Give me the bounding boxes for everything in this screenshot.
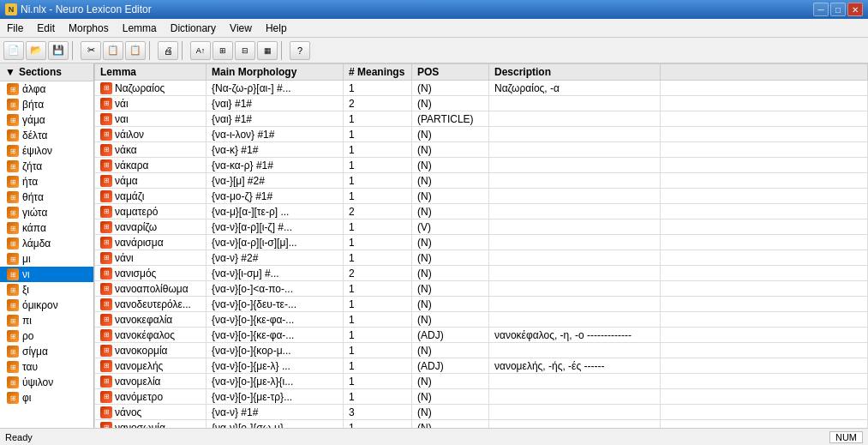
section-item-βήτα[interactable]: ⊞βήτα	[0, 97, 93, 112]
section-item-μι[interactable]: ⊞μι	[0, 251, 93, 267]
section-item-φι[interactable]: ⊞φι	[0, 390, 93, 406]
tool-b[interactable]: ⊞	[213, 41, 233, 60]
cell-desc	[489, 219, 661, 235]
menu-lemma[interactable]: Lemma	[116, 21, 164, 36]
section-item-ζήτα[interactable]: ⊞ζήτα	[0, 159, 93, 174]
section-item-νι[interactable]: ⊞νι	[0, 267, 93, 282]
cell-spacer	[661, 204, 868, 219]
table-row[interactable]: ⊞νάι{ναι} #1#2(N)	[95, 96, 868, 111]
open-button[interactable]: 📂	[26, 41, 46, 60]
row-icon: ⊞	[100, 360, 112, 372]
cell-desc	[489, 96, 661, 111]
close-button[interactable]: ✕	[847, 3, 863, 16]
col-morph: Main Morphology	[207, 64, 344, 81]
table-row[interactable]: ⊞νανοσωμία{να-ν}[ο-]{σω-μ}...1(N)	[95, 420, 868, 429]
table-row[interactable]: ⊞νάκαρα{να-κα-ρ} #1#1(N)	[95, 158, 868, 173]
table-row[interactable]: ⊞νανοκορμία{να-ν}[ο-]{κορ-μ...1(N)	[95, 343, 868, 358]
cell-pos: (N)	[412, 281, 489, 297]
section-item-ρο[interactable]: ⊞ρο	[0, 328, 93, 344]
cell-pos: (N)	[412, 266, 489, 281]
cell-spacer	[661, 312, 868, 328]
section-icon: ⊞	[7, 83, 19, 95]
section-item-θήτα[interactable]: ⊞θήτα	[0, 189, 93, 205]
section-item-γάμα[interactable]: ⊞γάμα	[0, 112, 93, 128]
cell-desc	[489, 189, 661, 204]
section-item-ήτα[interactable]: ⊞ήτα	[0, 174, 93, 189]
section-item-λάμδα[interactable]: ⊞λάμδα	[0, 236, 93, 251]
section-item-ταυ[interactable]: ⊞ταυ	[0, 359, 93, 375]
table-row[interactable]: ⊞νάνος{να-ν} #1#3(N)	[95, 405, 868, 420]
table-row[interactable]: ⊞νανάρισμα{να-ν}[α-ρ][ι-σ][μ]...1(N)	[95, 235, 868, 250]
section-icon: ⊞	[7, 253, 19, 265]
section-item-ύψιλον[interactable]: ⊞ύψιλον	[0, 375, 93, 390]
cell-pos: (N)	[412, 250, 489, 266]
table-row[interactable]: ⊞ναναρίζω{να-ν}[α-ρ][ι-ζ] #...1(V)	[95, 219, 868, 235]
tool-d[interactable]: ▦	[257, 41, 278, 60]
cell-lemma: ⊞νανοδευτερόλε...	[95, 297, 207, 312]
section-item-όμικρον[interactable]: ⊞όμικρον	[0, 298, 93, 313]
sections-list[interactable]: ⊞άλφα⊞βήτα⊞γάμα⊞δέλτα⊞έψιλον⊞ζήτα⊞ήτα⊞θή…	[0, 81, 93, 428]
cell-lemma: ⊞νάιλον	[95, 127, 207, 142]
table-row[interactable]: ⊞νανόμετρο{να-ν}[ο-]{με-τρ}...1(N)	[95, 389, 868, 405]
title-bar: N Ni.nlx - Neuro Lexicon Editor ─ □ ✕	[0, 0, 868, 19]
cell-morph: {να-ν}[ο-]{δευ-τε-...	[207, 297, 344, 312]
table-row[interactable]: ⊞νάμα{να-}[μ] #2#1(N)	[95, 173, 868, 189]
menu-view[interactable]: View	[223, 21, 259, 36]
menu-morphos[interactable]: Morphos	[62, 21, 116, 36]
section-item-κάπα[interactable]: ⊞κάπα	[0, 220, 93, 236]
copy-button[interactable]: 📋	[103, 41, 123, 60]
minimize-button[interactable]: ─	[813, 3, 829, 16]
menu-help[interactable]: Help	[259, 21, 294, 36]
section-item-έψιλον[interactable]: ⊞έψιλον	[0, 143, 93, 159]
table-row[interactable]: ⊞ναι{ναι} #1#1(PARTICLE)	[95, 111, 868, 127]
cell-desc	[489, 405, 661, 420]
table-row[interactable]: ⊞ναμάζι{να-μο-ζ} #1#1(N)	[95, 189, 868, 204]
table-row[interactable]: ⊞ναματερό{να-μ}[α-][τε-ρ] ...2(N)	[95, 204, 868, 219]
cut-button[interactable]: ✂	[81, 41, 101, 60]
cell-pos: (N)	[412, 204, 489, 219]
maximize-button[interactable]: □	[830, 3, 846, 16]
cell-desc	[489, 420, 661, 429]
table-row[interactable]: ⊞νανοδευτερόλε...{να-ν}[ο-]{δευ-τε-...1(…	[95, 297, 868, 312]
table-row[interactable]: ⊞νανομελία{να-ν}[ο-]{με-λ}{ι...1(N)	[95, 374, 868, 389]
table-row[interactable]: ⊞νανοκέφαλος{να-ν}[ο-]{κε-φα-...1(ADJ)να…	[95, 328, 868, 343]
tool-c[interactable]: ⊟	[235, 41, 255, 60]
cell-lemma: ⊞νανοκορμία	[95, 343, 207, 358]
help-button[interactable]: ?	[290, 41, 310, 60]
section-item-πι[interactable]: ⊞πι	[0, 313, 93, 328]
table-row[interactable]: ⊞νάιλον{να-ι-λον} #1#1(N)	[95, 127, 868, 142]
sections-toggle-icon[interactable]: ▼	[5, 66, 15, 78]
tool-a[interactable]: A↑	[190, 41, 211, 60]
table-row[interactable]: ⊞νανοαπολίθωμα{να-ν}[ο-]<α-πο-...1(N)	[95, 281, 868, 297]
cell-meanings: 1	[344, 127, 412, 142]
save-button[interactable]: 💾	[48, 41, 69, 60]
new-button[interactable]: 📄	[3, 41, 24, 60]
cell-lemma: ⊞νάκα	[95, 142, 207, 158]
cell-morph: {να-ν}[ο-]{κε-φα-...	[207, 312, 344, 328]
section-label: άλφα	[22, 83, 45, 95]
cell-morph: {να-ν}[ι-σμ] #...	[207, 266, 344, 281]
table-row[interactable]: ⊞Ναζωραίος{Να-ζω-ρ}[αι-] #...1(N)Ναζωραί…	[95, 81, 868, 96]
menu-edit[interactable]: Edit	[30, 21, 62, 36]
print-button[interactable]: 🖨	[158, 41, 178, 60]
table-row[interactable]: ⊞νανοκεφαλία{να-ν}[ο-]{κε-φα-...1(N)	[95, 312, 868, 328]
section-item-δέλτα[interactable]: ⊞δέλτα	[0, 128, 93, 143]
table-row[interactable]: ⊞νάκα{να-κ} #1#1(N)	[95, 142, 868, 158]
row-icon: ⊞	[100, 113, 112, 125]
table-row[interactable]: ⊞νανισμός{να-ν}[ι-σμ] #...2(N)	[95, 266, 868, 281]
section-item-γιώτα[interactable]: ⊞γιώτα	[0, 205, 93, 220]
menu-file[interactable]: File	[0, 21, 30, 36]
row-icon: ⊞	[100, 298, 112, 310]
table-row[interactable]: ⊞νάνι{να-ν} #2#1(N)	[95, 250, 868, 266]
menu-dictionary[interactable]: Dictionary	[164, 21, 223, 36]
table-row[interactable]: ⊞νανομελής{να-ν}[ο-]{με-λ} ...1(ADJ)νανο…	[95, 358, 868, 374]
cell-pos: (N)	[412, 312, 489, 328]
section-item-άλφα[interactable]: ⊞άλφα	[0, 81, 93, 97]
section-icon: ⊞	[7, 145, 19, 157]
section-item-σίγμα[interactable]: ⊞σίγμα	[0, 344, 93, 359]
data-table[interactable]: Lemma Main Morphology # Meanings POS Des…	[94, 63, 868, 428]
paste-button[interactable]: 📋	[125, 41, 146, 60]
cell-desc	[489, 204, 661, 219]
section-item-ξι[interactable]: ⊞ξι	[0, 282, 93, 298]
cell-desc: Ναζωραίος, -α	[489, 81, 661, 96]
